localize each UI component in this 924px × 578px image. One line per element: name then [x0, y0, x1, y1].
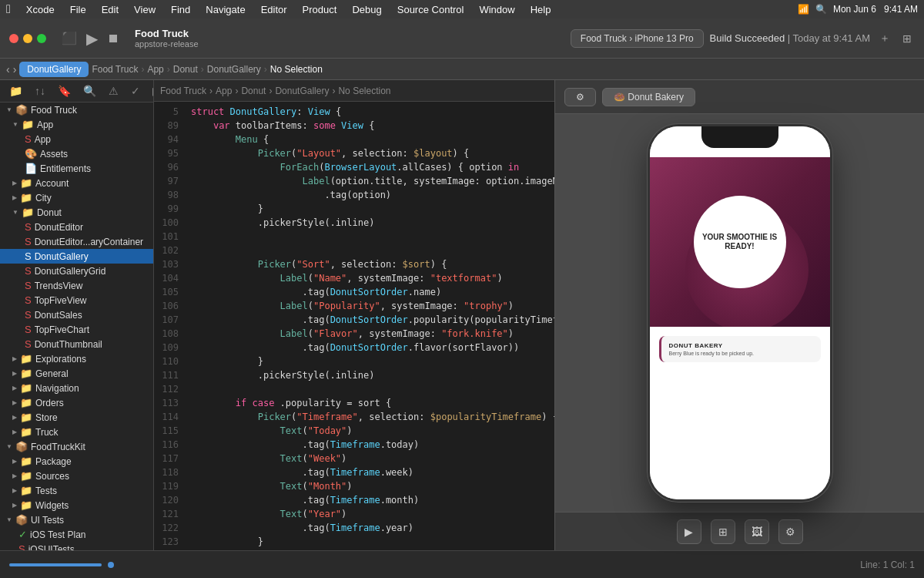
- group-label: FoodTruckKit: [31, 442, 85, 452]
- status-dot: [108, 562, 114, 568]
- source-control-icon[interactable]: ↑↓: [32, 83, 49, 99]
- notif-text: Berry Blue is ready to be picked up.: [669, 351, 813, 356]
- sidebar-root[interactable]: ▼ 📦 Food Truck: [0, 102, 153, 117]
- bc-food-truck[interactable]: Food Truck: [160, 86, 206, 96]
- sidebar-item-topfive-view[interactable]: S TopFiveView: [0, 293, 153, 307]
- sidebar-group-uitests[interactable]: ▼ 📦 UI Tests: [0, 512, 153, 527]
- issues-icon[interactable]: ⚠: [105, 83, 122, 99]
- sidebar-group-navigation[interactable]: ▶ 📁 Navigation: [0, 381, 153, 395]
- bc-3[interactable]: Donut: [173, 64, 198, 75]
- preview-donut-bakery-btn[interactable]: 🍩 Donut Bakery: [602, 88, 695, 106]
- bc-donut-gallery[interactable]: DonutGallery: [275, 86, 329, 96]
- sidebar-group-account[interactable]: ▶ 📁 Account: [0, 176, 153, 190]
- sidebar-item-ios-uitests[interactable]: S iOSUITests: [0, 542, 153, 550]
- sidebar-item-donut-editor[interactable]: S DonutEditor: [0, 220, 153, 234]
- item-label: DonutThumbnail: [35, 339, 102, 350]
- sidebar-item-test-plan[interactable]: ✓ iOS Test Plan: [0, 527, 153, 542]
- swift-icon: S: [25, 309, 32, 321]
- sidebar-group-tests[interactable]: ▶ 📁 Tests: [0, 483, 153, 498]
- folder-icon: 📁: [20, 382, 32, 394]
- code-content[interactable]: struct DonutGallery: View { var toolbarI…: [185, 102, 554, 550]
- group-label: Orders: [35, 398, 64, 408]
- bc-1[interactable]: Food Truck: [92, 64, 138, 75]
- menu-xcode[interactable]: Xcode: [20, 2, 61, 17]
- group-label: Sources: [35, 471, 69, 482]
- sidebar-toggle-icon[interactable]: ⬛: [59, 28, 80, 49]
- sidebar-item-donut-sales[interactable]: S DonutSales: [0, 307, 153, 322]
- toolbar-center: Food Truck › iPhone 13 Pro Build Succeed…: [571, 29, 870, 48]
- minimize-button[interactable]: [23, 34, 32, 43]
- sidebar-item-app-file[interactable]: S App: [0, 132, 153, 146]
- folder-icon: 📁: [22, 207, 34, 218]
- preview-play-btn[interactable]: ▶: [677, 519, 701, 544]
- sidebar-item-entitlements[interactable]: 📄 Entitlements: [0, 161, 153, 176]
- progress-fill: [9, 563, 102, 566]
- sidebar-item-trends-view[interactable]: S TrendsView: [0, 278, 153, 293]
- nav-back[interactable]: ‹: [6, 63, 10, 76]
- menu-debug[interactable]: Debug: [346, 2, 387, 17]
- sidebar-group-foodtruckkit[interactable]: ▼ 📦 FoodTruckKit: [0, 439, 153, 454]
- menu-edit[interactable]: Edit: [95, 2, 125, 17]
- folder-icon[interactable]: 📁: [6, 83, 25, 99]
- bc-2[interactable]: App: [147, 64, 163, 75]
- bookmarks-icon[interactable]: 🔖: [55, 83, 74, 99]
- menu-source-control[interactable]: Source Control: [391, 2, 470, 17]
- sidebar-item-assets[interactable]: 🎨 Assets: [0, 146, 153, 161]
- tests-icon[interactable]: ✓: [128, 83, 143, 99]
- menu-window[interactable]: Window: [473, 2, 521, 17]
- menu-view[interactable]: View: [128, 2, 162, 17]
- search-icon[interactable]: 🔍: [815, 4, 827, 15]
- stop-button[interactable]: ⏹: [104, 29, 122, 49]
- preview-grid-btn[interactable]: ⊞: [711, 519, 735, 544]
- sidebar-item-donut-thumbnail[interactable]: S DonutThumbnail: [0, 337, 153, 351]
- bc-4[interactable]: DonutGallery: [207, 64, 261, 75]
- run-button[interactable]: ▶: [86, 29, 98, 48]
- swift-icon: S: [25, 236, 32, 247]
- item-label: Entitlements: [40, 163, 91, 174]
- bc-app[interactable]: App: [216, 86, 232, 96]
- menu-file[interactable]: File: [64, 2, 92, 17]
- sidebar-item-donut-gallery[interactable]: S DonutGallery: [0, 249, 153, 264]
- code-line: .tag(Timeframe.today): [191, 438, 554, 452]
- bc-donut[interactable]: Donut: [241, 86, 266, 96]
- sidebar-item-donut-editor-container[interactable]: S DonutEditor...aryContainer: [0, 234, 153, 249]
- preview-settings2-btn[interactable]: ⚙: [778, 519, 803, 544]
- add-button[interactable]: ＋: [876, 29, 893, 49]
- preview-settings-btn[interactable]: ⚙: [564, 88, 596, 106]
- sidebar-group-widgets[interactable]: ▶ 📁 Widgets: [0, 498, 153, 512]
- group-label: App: [37, 119, 53, 130]
- preview-image-btn[interactable]: 🖼: [745, 519, 769, 544]
- sidebar-group-general[interactable]: ▶ 📁 General: [0, 366, 153, 381]
- sidebar-group-package[interactable]: ▶ 📁 Package: [0, 454, 153, 469]
- sidebar-group-explorations[interactable]: ▶ 📁 Explorations: [0, 351, 153, 366]
- sidebar-group-donut[interactable]: ▼ 📁 Donut: [0, 205, 153, 220]
- expand-icon: ▶: [12, 399, 17, 406]
- sidebar-item-donut-gallery-grid[interactable]: S DonutGalleryGrid: [0, 264, 153, 278]
- sidebar-group-sources[interactable]: ▶ 📁 Sources: [0, 469, 153, 483]
- nav-forward[interactable]: ›: [13, 63, 17, 76]
- toolbar-right: ＋ ⊞: [876, 29, 915, 49]
- sidebar-group-orders[interactable]: ▶ 📁 Orders: [0, 395, 153, 410]
- apple-menu[interactable]: : [6, 2, 11, 16]
- sidebar: 📁 ↑↓ 🔖 🔍 ⚠ ✓ ▶ ◆ 📋 ▼ 📦 Food Truck ▼ 📁 Ap…: [0, 80, 154, 550]
- menu-find[interactable]: Find: [165, 2, 196, 17]
- sidebar-group-app[interactable]: ▼ 📁 App: [0, 117, 153, 132]
- find-icon[interactable]: 🔍: [80, 83, 99, 99]
- sidebar-item-topfive-chart[interactable]: S TopFiveChart: [0, 322, 153, 337]
- menu-product[interactable]: Product: [296, 2, 343, 17]
- close-button[interactable]: [9, 34, 18, 43]
- sidebar-group-truck[interactable]: ▶ 📁 Truck: [0, 425, 153, 439]
- smoothie-title: YOUR SMOOTHIE IS READY!: [700, 233, 780, 251]
- scheme-selector[interactable]: Food Truck › iPhone 13 Pro: [571, 29, 704, 48]
- file-tab[interactable]: DonutGallery: [19, 62, 89, 77]
- menu-help[interactable]: Help: [524, 2, 557, 17]
- sidebar-group-city[interactable]: ▶ 📁 City: [0, 190, 153, 205]
- menu-navigate[interactable]: Navigate: [199, 2, 251, 17]
- project-name: Food Truck: [135, 28, 199, 39]
- code-line: Picker("Timeframe", selection: $populari…: [191, 410, 554, 424]
- code-editor: Food Truck › App › Donut › DonutGallery …: [154, 80, 554, 550]
- layout-button[interactable]: ⊞: [899, 29, 915, 48]
- menu-editor[interactable]: Editor: [255, 2, 293, 17]
- sidebar-group-store[interactable]: ▶ 📁 Store: [0, 410, 153, 425]
- maximize-button[interactable]: [37, 34, 46, 43]
